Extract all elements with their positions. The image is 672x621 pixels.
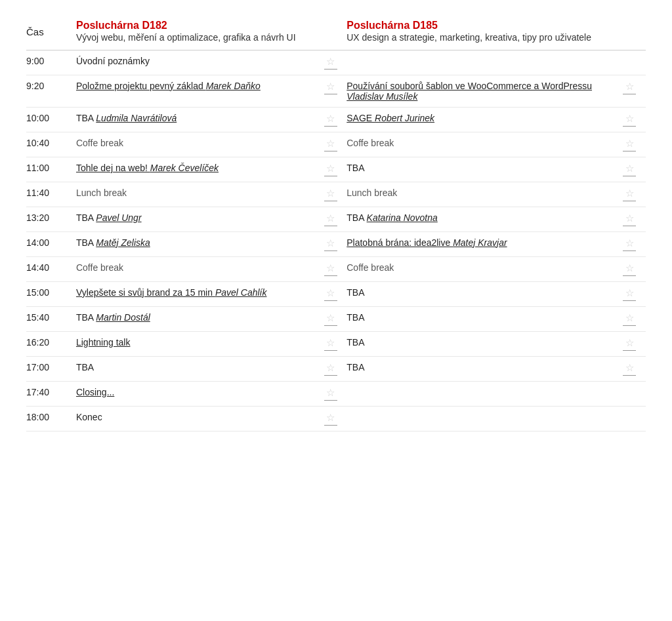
star-room2[interactable]: ☆ [618,256,646,281]
star-icon[interactable]: ☆ [625,237,634,249]
star-icon[interactable]: ☆ [326,56,335,68]
star-room2[interactable]: ☆ [618,356,646,381]
star-room2[interactable]: ☆ [618,331,646,356]
star-room1[interactable]: ☆ [318,306,346,331]
star-room1[interactable]: ☆ [318,331,346,356]
event-author-room1: Marek Daňko [206,81,261,91]
star-room1[interactable]: ☆ [318,75,346,107]
star-room2[interactable] [618,50,646,75]
star-room2[interactable]: ☆ [618,207,646,231]
star-room2[interactable]: ☆ [618,132,646,157]
time-cell: 16:20 [26,331,76,356]
time-cell: 10:00 [26,107,76,132]
table-row: 17:00TBA☆TBA☆ [26,356,646,381]
star-room1[interactable]: ☆ [318,107,346,132]
room1-event-cell: Tohle dej na web! Marek Čevelíček [76,157,318,182]
star-icon[interactable]: ☆ [326,362,335,374]
time-cell: 15:40 [26,306,76,331]
star-icon[interactable]: ☆ [625,188,634,199]
star-room1[interactable]: ☆ [318,381,346,406]
star-room1[interactable]: ☆ [318,182,346,207]
event-title-room2: SAGE [346,113,375,123]
star-room1[interactable]: ☆ [318,50,346,75]
room1-event-cell: TBA Martin Dostál [76,306,318,331]
star-icon[interactable]: ☆ [625,113,634,125]
time-cell: 9:00 [26,50,76,75]
star-icon[interactable]: ☆ [625,212,634,224]
star-room1[interactable]: ☆ [318,132,346,157]
event-title-room1: Vylepšete si svůj brand za 15 min [76,287,215,298]
star-icon[interactable]: ☆ [625,81,634,92]
star-icon[interactable]: ☆ [326,138,335,150]
star-icon[interactable]: ☆ [625,287,634,299]
event-title-room1: TBA [76,212,96,223]
star-icon[interactable]: ☆ [625,163,634,174]
star-icon[interactable]: ☆ [326,237,335,249]
event-title-room2: Platobná brána: idea2live [346,237,453,248]
table-row: 10:00TBA Ludmila Navrátilová☆SAGE Robert… [26,107,646,132]
star-icon[interactable]: ☆ [326,262,335,274]
event-title-room1: TBA [76,362,94,372]
event-author-room1: Pavel Cahlík [215,287,267,298]
star-room1[interactable]: ☆ [318,207,346,231]
star-icon[interactable]: ☆ [625,362,634,374]
time-header: Čas [26,20,76,50]
time-cell: 11:40 [26,182,76,207]
event-title-room1: Úvodní poznámky [76,56,150,66]
star-icon[interactable]: ☆ [625,262,634,274]
star-room1[interactable]: ☆ [318,256,346,281]
room1-event-cell: Úvodní poznámky [76,50,318,75]
star-room1[interactable]: ☆ [318,356,346,381]
table-row: 9:00Úvodní poznámky☆ [26,50,646,75]
star-room2[interactable] [618,381,646,406]
star-room2[interactable]: ☆ [618,157,646,182]
event-title-room2: TBA [346,212,366,223]
table-row: 17:40Closing...☆ [26,381,646,406]
star-room1[interactable]: ☆ [318,406,346,431]
event-title-room1: Položme projektu pevný základ [76,81,206,91]
room1-event-cell: TBA Ludmila Navrátilová [76,107,318,132]
star-room1[interactable]: ☆ [318,157,346,182]
star-icon[interactable]: ☆ [326,113,335,125]
star-icon[interactable]: ☆ [326,163,335,174]
time-cell: 14:40 [26,256,76,281]
star-room2[interactable]: ☆ [618,182,646,207]
header-row: Čas Posluchárna D182 Vývoj webu, měření … [26,20,646,50]
star-icon[interactable]: ☆ [326,81,335,92]
room2-event-cell: TBA [346,306,617,331]
star-icon[interactable]: ☆ [326,337,335,349]
star-room1[interactable]: ☆ [318,281,346,306]
star-room1[interactable]: ☆ [318,231,346,256]
event-author-room1: Pavel Ungr [96,212,141,223]
star-icon[interactable]: ☆ [625,138,634,150]
star-icon[interactable]: ☆ [326,188,335,199]
star-icon[interactable]: ☆ [625,312,634,324]
event-title-room1: Konec [76,412,102,422]
star-icon[interactable]: ☆ [625,337,634,349]
table-row: 15:40TBA Martin Dostál☆TBA☆ [26,306,646,331]
star-room2[interactable]: ☆ [618,281,646,306]
event-title-room2: Používání souborů šablon ve WooCommerce … [346,81,592,91]
star-icon[interactable]: ☆ [326,287,335,299]
star-room2[interactable]: ☆ [618,107,646,132]
star-icon[interactable]: ☆ [326,212,335,224]
star-icon[interactable]: ☆ [326,412,335,424]
star-room2[interactable]: ☆ [618,231,646,256]
room2-event-cell: Coffe break [346,132,617,157]
break-label-room1: Coffe break [76,138,123,148]
star-room2[interactable]: ☆ [618,75,646,107]
event-title-room1: TBA [76,237,96,248]
room2-event-cell [346,381,617,406]
event-author-room1: Marek Čevelíček [150,163,219,173]
time-cell: 13:20 [26,207,76,231]
room1-event-cell: Coffe break [76,256,318,281]
star-room2[interactable] [618,406,646,431]
star-room2[interactable]: ☆ [618,306,646,331]
table-row: 9:20Položme projektu pevný základ Marek … [26,75,646,107]
star-icon[interactable]: ☆ [326,312,335,324]
event-author-room2: Robert Jurinek [375,113,434,123]
event-author-room2: Vladislav Musílek [346,91,417,102]
table-row: 10:40Coffe break☆Coffe break☆ [26,132,646,157]
event-author-room1: Matěj Zeliska [96,237,150,248]
star-icon[interactable]: ☆ [326,387,335,399]
